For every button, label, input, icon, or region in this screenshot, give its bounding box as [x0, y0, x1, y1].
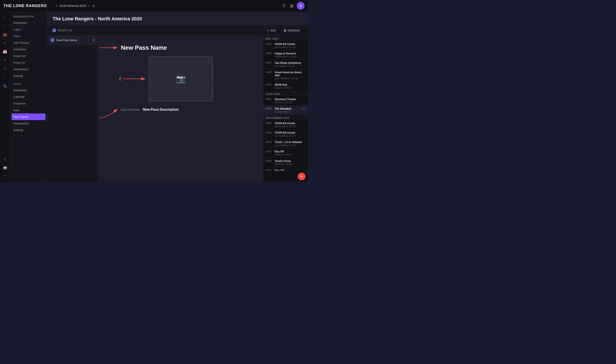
show-location: Pioneertown, CA US: [275, 55, 305, 58]
sidebar-icon-paperclip[interactable]: 📎: [1, 82, 9, 90]
show-info: The ShowboxSeattle, WA US: [275, 107, 301, 113]
sidebar-icon-calendar[interactable]: 📅: [1, 48, 9, 55]
show-month-label: MAY 2020: [263, 36, 308, 41]
show-date: 09/11: [266, 150, 273, 153]
show-date: 09/12: [266, 159, 273, 162]
show-list-item[interactable]: 09/10Travel - LA to OaklandLos Angeles, …: [263, 139, 308, 148]
description-row: 3 DESCRIPTION New Pass Description: [121, 108, 241, 112]
show-date: 05/31: [266, 83, 273, 86]
show-list-item[interactable]: 09/12Oracle ArenaOakland, CA US: [263, 158, 308, 167]
trash-icon: 🗑: [284, 29, 287, 32]
show-location: Los Angeles, CA US: [275, 134, 305, 137]
show-panel-add: +: [263, 171, 308, 182]
annotation-3: 3: [99, 107, 119, 120]
camera-icon: 📷: [176, 74, 186, 83]
show-info: Oracle ArenaOakland, CA US: [275, 159, 305, 165]
list-view-icon[interactable]: ☰: [281, 2, 286, 9]
show-list-item[interactable]: 05/26Pappy & Harriet'sPioneertown, CA US: [263, 50, 308, 60]
nav-item-users[interactable]: Users: [10, 33, 47, 39]
topbar: THE LONE RANGERS ▼ North America 2020 ▼ …: [0, 0, 308, 12]
sidebar-icon-plane[interactable]: ✈: [1, 39, 9, 47]
show-list-item[interactable]: 06/03The ShowboxSeattle, WA US•••: [263, 105, 308, 115]
show-venue: Great American Music Hall: [275, 71, 305, 77]
sidebar-expand-btn[interactable]: >>: [1, 173, 9, 179]
sidebar-icon-refresh[interactable]: ↻: [1, 156, 9, 163]
sidebar-icon-music[interactable]: ♪: [1, 73, 9, 81]
show-venue: WOW Hall: [275, 83, 305, 86]
nav-item-song-list[interactable]: Song List: [10, 59, 47, 66]
show-venue: The Showbox: [275, 107, 301, 110]
pass-item-delete-icon[interactable]: 🗑: [92, 38, 95, 42]
nav-item-attachments-org[interactable]: Attachments: [10, 66, 47, 73]
add-show-button[interactable]: +: [298, 173, 305, 180]
sidebar-icon-home[interactable]: ⌂: [1, 13, 9, 21]
show-info: Pappy & Harriet'sPioneertown, CA US: [275, 52, 305, 58]
show-date: 09/06: [266, 131, 273, 134]
add-button[interactable]: + ADD: [264, 27, 279, 33]
show-date: 06/01: [266, 98, 273, 100]
photo-box-container: 2 📷: [149, 56, 213, 101]
show-info: STAPLES CenterLos Angeles, CA US: [275, 131, 305, 137]
nav-item-guest-list[interactable]: Guest List: [10, 53, 47, 59]
sidebar-icon-list[interactable]: ≡: [1, 56, 9, 64]
remove-button[interactable]: 🗑 REMOVE: [281, 27, 303, 33]
nav-item-logos[interactable]: Logos: [10, 26, 47, 33]
nav-item-dashboard-tour[interactable]: Dashboard: [10, 87, 47, 93]
nav-item-settings-org[interactable]: Settings: [10, 73, 47, 79]
show-date: 09/05: [266, 122, 273, 124]
icon-sidebar-bottom: ↻ 📢 >>: [1, 156, 9, 180]
topbar-right: ☰ ▦ U: [281, 2, 305, 10]
sidebar-icon-briefcase[interactable]: 💼: [1, 31, 9, 38]
page-title: The Lone Rangers - North America 2020: [53, 16, 303, 22]
nav-item-schedules[interactable]: Schedules: [10, 46, 47, 53]
pass-detail: 1 New Pass Name: [99, 36, 263, 182]
user-avatar[interactable]: U: [297, 2, 305, 10]
nav-item-gear[interactable]: Gear: [10, 107, 47, 114]
show-list: MAY 202005/25STAPLES CenterLos Angeles, …: [263, 36, 308, 182]
pass-item-checkbox[interactable]: ✓: [51, 38, 54, 42]
tour-arrow-icon: ▼: [88, 4, 90, 7]
show-more-icon[interactable]: •••: [302, 107, 305, 111]
nav-item-user-groups[interactable]: User Groups: [10, 39, 47, 46]
sidebar-icon-star[interactable]: ☆: [1, 22, 9, 30]
sidebar-icon-tag[interactable]: 🏷: [1, 65, 9, 73]
select-all-checkbox[interactable]: ✓ SELECT ALL: [53, 29, 73, 32]
show-list-item[interactable]: 05/31WOW HallEugene, OR US: [263, 82, 308, 91]
show-list-item[interactable]: 09/05STAPLES CenterLos Angeles, CA US: [263, 120, 308, 130]
toolbar: ✓ SELECT ALL + ADD 🗑 REMOVE: [47, 25, 308, 36]
nav-item-dashboard-org[interactable]: Dashboard: [10, 19, 47, 26]
photo-upload-box[interactable]: 📷: [149, 56, 213, 101]
show-info: STAPLES CenterLos Angeles, CA US: [275, 43, 305, 48]
show-venue: STAPLES Center: [275, 43, 305, 46]
show-date: 05/27: [266, 62, 273, 64]
nav-item-calendar[interactable]: Calendar: [10, 93, 47, 100]
annotation-2: 2: [119, 76, 147, 82]
show-location: San Francisco, CA US: [275, 77, 305, 80]
show-panel: MAY 202005/25STAPLES CenterLos Angeles, …: [263, 36, 308, 182]
show-info: Great American Music HallSan Francisco, …: [275, 71, 305, 80]
content-area: The Lone Rangers - North America 2020 ✓ …: [47, 12, 308, 182]
show-list-item[interactable]: 05/28Great American Music HallSan Franci…: [263, 69, 308, 82]
nav-item-settings-tour[interactable]: Settings: [10, 127, 47, 133]
show-date: 09/10: [266, 141, 273, 143]
show-location: San Diego, CA US: [275, 65, 305, 67]
show-list-item[interactable]: 06/01Roseland TheaterPortland, OR US: [263, 96, 308, 105]
nav-item-personnel[interactable]: Personnel: [10, 100, 47, 107]
calendar-view-icon[interactable]: ▦: [289, 2, 294, 9]
tour-selector[interactable]: ▼ North America 2020 ▼: [55, 4, 90, 8]
show-list-item[interactable]: 05/27San Diego SymphonySan Diego, CA US: [263, 60, 308, 69]
show-location: Los Angeles, CA US: [275, 125, 305, 128]
show-list-item[interactable]: 09/06STAPLES CenterLos Angeles, CA US: [263, 130, 308, 139]
pass-list-item[interactable]: ✓ New Pass Name 🗑: [47, 36, 99, 45]
show-list-item[interactable]: 09/11Day OffOakland, CA US: [263, 148, 308, 158]
sidebar-icon-megaphone[interactable]: 📢: [1, 164, 9, 172]
nav-item-tour-passes[interactable]: Tour Passes: [12, 114, 45, 120]
show-info: Roseland TheaterPortland, OR US: [275, 98, 305, 104]
tour-settings-icon[interactable]: ⚙: [92, 4, 95, 8]
show-list-item[interactable]: 05/25STAPLES CenterLos Angeles, CA US: [263, 41, 308, 50]
nav-item-attachments-tour[interactable]: Attachments: [10, 120, 47, 127]
show-location: Seattle, WA US: [275, 110, 301, 113]
select-all-checkbox-box[interactable]: ✓: [53, 29, 56, 32]
show-date: 06/03: [266, 107, 273, 110]
show-venue: San Diego Symphony: [275, 62, 305, 65]
